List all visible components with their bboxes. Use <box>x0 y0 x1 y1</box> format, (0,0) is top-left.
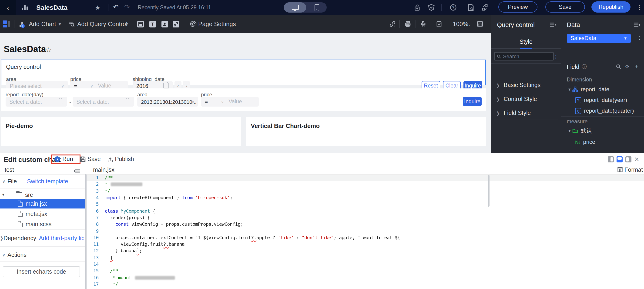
code-line[interactable]: 14 <box>86 261 644 268</box>
help-icon[interactable]: ? <box>450 4 457 11</box>
collapse-panel-icon[interactable] <box>550 22 556 28</box>
folder-src[interactable]: ▼ src <box>0 190 84 200</box>
refresh-icon[interactable]: ⟳ <box>626 64 630 70</box>
editor-tab-main-jsx[interactable]: main.jsx <box>93 166 114 173</box>
redo-icon[interactable]: ↷ <box>124 3 130 11</box>
page-favorite-icon[interactable]: ☆ <box>46 46 52 54</box>
lock-icon[interactable] <box>414 4 421 11</box>
file-main-jsx[interactable]: main.jsx <box>0 199 84 208</box>
version-sync-icon[interactable] <box>481 4 488 11</box>
actions-section-header[interactable]: ∨ Actions <box>0 250 84 260</box>
code-line[interactable]: 2* <box>86 181 644 188</box>
document-settings-icon[interactable] <box>467 4 474 11</box>
file-main-scss[interactable]: main.scss <box>0 220 84 229</box>
chevron-down-icon[interactable]: ⌄ <box>468 22 471 26</box>
file-section-header[interactable]: ∨ File Switch template <box>0 176 84 186</box>
code-line[interactable]: 3*/ <box>86 188 644 194</box>
grid-table-icon[interactable] <box>476 20 484 28</box>
preview-button[interactable]: Preview <box>498 2 538 12</box>
code-line[interactable]: 12 } banana`; <box>86 248 644 254</box>
code-line[interactable]: 6class MyComponent { <box>86 208 644 214</box>
dataset-more-icon[interactable]: ⋮ <box>637 35 642 41</box>
price-operator-input-2[interactable]: = ∨ Value <box>201 97 259 106</box>
add-third-party-lib-link[interactable]: Add third-party lib <box>39 235 84 241</box>
search-field-icon[interactable] <box>616 64 621 69</box>
caret-down-icon[interactable]: ▼ <box>568 87 572 92</box>
query-control-widget[interactable]: Query control area Please select∨ price … <box>1 60 486 85</box>
brush-icon[interactable] <box>420 20 427 28</box>
caret-down-icon[interactable]: ▼ <box>568 129 572 133</box>
shield-check-icon[interactable] <box>428 4 435 11</box>
section-field-style[interactable]: ❯Field Style <box>492 106 561 120</box>
field-report-date[interactable]: ▼ report_date <box>561 84 644 94</box>
image-tool-icon[interactable] <box>162 21 168 28</box>
code-line[interactable]: 4import { createBIComponent } from 'bi-o… <box>86 194 644 201</box>
zoom-level[interactable]: 100% <box>453 20 468 28</box>
code-line[interactable]: 5 <box>86 201 644 208</box>
panel-resize-scrollbar[interactable] <box>84 174 86 289</box>
code-line[interactable]: 8 const viewConfig = props.customProps.v… <box>86 221 644 228</box>
page-settings-button[interactable]: Page Settings <box>198 20 236 28</box>
chevron-down-icon[interactable]: ▼ <box>58 22 62 26</box>
switch-template-link[interactable]: Switch template <box>27 178 68 184</box>
layout-right-icon[interactable] <box>626 156 632 162</box>
collapse-panel-icon[interactable] <box>634 22 640 28</box>
bar-chart-widget[interactable]: Vertical Bar Chart-demo <box>246 117 486 146</box>
widget-library-icon[interactable] <box>3 20 10 28</box>
text-tool-icon[interactable]: T <box>149 21 156 28</box>
chevron-down-icon[interactable]: ▼ <box>125 22 129 26</box>
code-line[interactable]: 17 */ <box>86 281 644 288</box>
section-control-style[interactable]: ❯Control Style <box>492 92 561 106</box>
date-to-input[interactable]: Select a date. <box>72 97 134 106</box>
editor-save-button[interactable]: Save <box>80 156 101 162</box>
add-field-icon[interactable]: ＋ <box>634 63 639 71</box>
collapse-tree-icon[interactable] <box>74 167 80 172</box>
run-button-highlight[interactable]: Run <box>51 154 80 164</box>
code-line[interactable]: 13 } <box>86 254 644 261</box>
more-menu-icon[interactable]: ⋮ <box>636 4 642 11</box>
desktop-icon[interactable] <box>292 5 299 10</box>
price-value-input-2[interactable]: Value <box>229 98 242 105</box>
favorite-star-icon[interactable]: ★ <box>95 4 100 11</box>
mobile-icon[interactable] <box>314 4 319 11</box>
clipboard-check-icon[interactable] <box>436 20 442 28</box>
file-meta-jsx[interactable]: meta.jsx <box>0 209 84 218</box>
code-line[interactable]: 15 /** <box>86 267 644 274</box>
code-line[interactable]: 1/** <box>86 174 644 181</box>
device-toggle[interactable] <box>284 2 327 12</box>
global-link-icon[interactable] <box>389 20 396 28</box>
inquire-button-2[interactable]: Inquire <box>463 97 482 106</box>
republish-button[interactable]: Republish <box>592 2 630 12</box>
save-button[interactable]: Save <box>545 2 585 12</box>
search-more-icon[interactable]: ⋮ <box>553 54 558 60</box>
code-line[interactable]: 9 <box>86 228 644 234</box>
code-line[interactable]: 10 props.container.textContent = `I ${vi… <box>86 234 644 241</box>
editor-publish-button[interactable]: Publish <box>108 156 134 162</box>
style-search-input[interactable]: Search <box>494 52 554 60</box>
field-report-date-year[interactable]: Y report_date(year) <box>561 95 644 105</box>
code-line[interactable]: 18 mount(props) { <box>86 287 644 289</box>
price-value-input[interactable]: Value <box>98 82 111 89</box>
info-icon[interactable]: ⓘ <box>582 63 587 70</box>
code-line[interactable]: 11 viewConfig.fruit?.banana <box>86 241 644 248</box>
dependency-section-header[interactable]: ❯ Dependency Add third-party lib <box>0 233 84 243</box>
measure-folder-default[interactable]: ▼ 默认 <box>561 126 644 136</box>
date-from-input[interactable]: Select a date. <box>6 97 67 106</box>
back-button[interactable]: ‹ <box>0 0 16 15</box>
section-basic-settings[interactable]: ❯Basic Settings <box>492 79 561 92</box>
dataset-selector[interactable]: SalesData▼ <box>567 34 631 42</box>
editor-scrollbar-thumb[interactable] <box>488 175 490 206</box>
field-report-date-quarter[interactable]: Q report_date(quarter) <box>561 106 644 116</box>
link-tool-icon[interactable] <box>173 21 179 28</box>
format-button[interactable]: Format <box>618 166 643 173</box>
undo-icon[interactable]: ↶ <box>113 3 118 11</box>
code-editor[interactable]: 1/**2* 3*/4import { createBIComponent } … <box>86 174 644 289</box>
add-query-control-button[interactable]: Add Query Control <box>77 20 127 28</box>
close-editor-icon[interactable]: ✕ <box>634 156 639 163</box>
print-icon[interactable] <box>404 20 411 28</box>
code-line[interactable]: 16 * mount <box>86 274 644 281</box>
layout-left-icon[interactable] <box>608 156 614 162</box>
tab-container-icon[interactable] <box>137 21 144 28</box>
measure-price[interactable]: № price <box>561 137 644 147</box>
pie-chart-widget[interactable]: Pie-demo <box>1 117 241 146</box>
